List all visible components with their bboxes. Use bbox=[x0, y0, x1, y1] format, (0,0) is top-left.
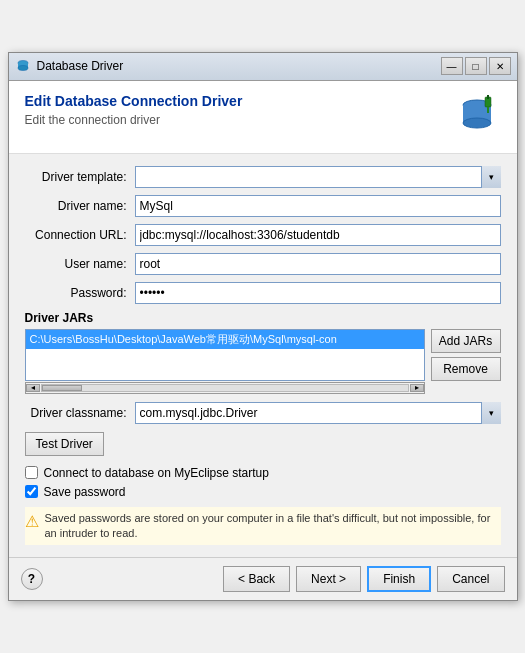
scrollbar-track[interactable] bbox=[41, 384, 409, 392]
close-button[interactable]: ✕ bbox=[489, 57, 511, 75]
scrollbar-thumb[interactable] bbox=[42, 385, 82, 391]
save-password-row: Save password bbox=[25, 485, 501, 499]
main-window: Database Driver — □ ✕ Edit Database Conn… bbox=[8, 52, 518, 602]
warning-box: ⚠ Saved passwords are stored on your com… bbox=[25, 507, 501, 546]
driver-classname-select[interactable]: com.mysql.jdbc.Driver bbox=[135, 402, 501, 424]
header-subtitle: Edit the connection driver bbox=[25, 113, 243, 127]
connect-startup-checkbox[interactable] bbox=[25, 466, 38, 479]
jars-buttons: Add JARs Remove bbox=[431, 329, 501, 394]
header-icon bbox=[453, 93, 501, 141]
driver-template-select-wrapper: ▾ bbox=[135, 166, 501, 188]
header-section: Edit Database Connection Driver Edit the… bbox=[9, 81, 517, 154]
test-driver-button[interactable]: Test Driver bbox=[25, 432, 104, 456]
driver-jars-content: C:\Users\BossHu\Desktop\JavaWeb常用驱动\MySq… bbox=[25, 329, 501, 394]
password-input[interactable] bbox=[135, 282, 501, 304]
jars-list[interactable]: C:\Users\BossHu\Desktop\JavaWeb常用驱动\MySq… bbox=[25, 329, 425, 381]
maximize-button[interactable]: □ bbox=[465, 57, 487, 75]
driver-name-label: Driver name: bbox=[25, 199, 135, 213]
add-jars-button[interactable]: Add JARs bbox=[431, 329, 501, 353]
driver-jars-section: Driver JARs C:\Users\BossHu\Desktop\Java… bbox=[25, 311, 501, 394]
scroll-left-btn[interactable]: ◂ bbox=[26, 384, 40, 392]
footer: ? < Back Next > Finish Cancel bbox=[9, 557, 517, 600]
finish-button[interactable]: Finish bbox=[367, 566, 431, 592]
password-label: Password: bbox=[25, 286, 135, 300]
svg-point-2 bbox=[18, 66, 28, 71]
driver-name-row: Driver name: bbox=[25, 195, 501, 217]
app-icon bbox=[15, 58, 31, 74]
remove-button[interactable]: Remove bbox=[431, 357, 501, 381]
test-driver-container: Test Driver bbox=[25, 432, 501, 466]
password-row: Password: bbox=[25, 282, 501, 304]
driver-name-input[interactable] bbox=[135, 195, 501, 217]
user-name-input[interactable] bbox=[135, 253, 501, 275]
driver-jars-label: Driver JARs bbox=[25, 311, 501, 325]
footer-right: < Back Next > Finish Cancel bbox=[223, 566, 504, 592]
connection-url-input[interactable] bbox=[135, 224, 501, 246]
save-password-label: Save password bbox=[44, 485, 126, 499]
scroll-right-btn[interactable]: ▸ bbox=[410, 384, 424, 392]
connection-url-label: Connection URL: bbox=[25, 228, 135, 242]
connect-startup-label: Connect to database on MyEclipse startup bbox=[44, 466, 269, 480]
connect-startup-row: Connect to database on MyEclipse startup bbox=[25, 466, 501, 480]
warning-text: Saved passwords are stored on your compu… bbox=[45, 511, 501, 542]
driver-classname-row: Driver classname: com.mysql.jdbc.Driver … bbox=[25, 402, 501, 424]
user-name-row: User name: bbox=[25, 253, 501, 275]
cancel-button[interactable]: Cancel bbox=[437, 566, 504, 592]
footer-left: ? bbox=[21, 568, 43, 590]
header-text: Edit Database Connection Driver Edit the… bbox=[25, 93, 243, 127]
back-button[interactable]: < Back bbox=[223, 566, 290, 592]
jar-item[interactable]: C:\Users\BossHu\Desktop\JavaWeb常用驱动\MySq… bbox=[26, 330, 424, 349]
connection-url-row: Connection URL: bbox=[25, 224, 501, 246]
minimize-button[interactable]: — bbox=[441, 57, 463, 75]
horizontal-scrollbar[interactable]: ◂ ▸ bbox=[25, 382, 425, 394]
form-content: Driver template: ▾ Driver name: Connecti… bbox=[9, 154, 517, 558]
driver-classname-label: Driver classname: bbox=[25, 406, 135, 420]
warning-icon: ⚠ bbox=[25, 512, 39, 531]
driver-template-select[interactable] bbox=[135, 166, 501, 188]
jars-list-container: C:\Users\BossHu\Desktop\JavaWeb常用驱动\MySq… bbox=[25, 329, 425, 394]
window-title: Database Driver bbox=[37, 59, 441, 73]
svg-rect-7 bbox=[487, 95, 489, 99]
driver-classname-select-wrapper: com.mysql.jdbc.Driver ▾ bbox=[135, 402, 501, 424]
save-password-checkbox[interactable] bbox=[25, 485, 38, 498]
driver-template-row: Driver template: ▾ bbox=[25, 166, 501, 188]
next-button[interactable]: Next > bbox=[296, 566, 361, 592]
driver-template-label: Driver template: bbox=[25, 170, 135, 184]
header-title: Edit Database Connection Driver bbox=[25, 93, 243, 109]
title-bar: Database Driver — □ ✕ bbox=[9, 53, 517, 81]
window-controls: — □ ✕ bbox=[441, 57, 511, 75]
user-name-label: User name: bbox=[25, 257, 135, 271]
svg-point-5 bbox=[463, 118, 491, 128]
help-button[interactable]: ? bbox=[21, 568, 43, 590]
